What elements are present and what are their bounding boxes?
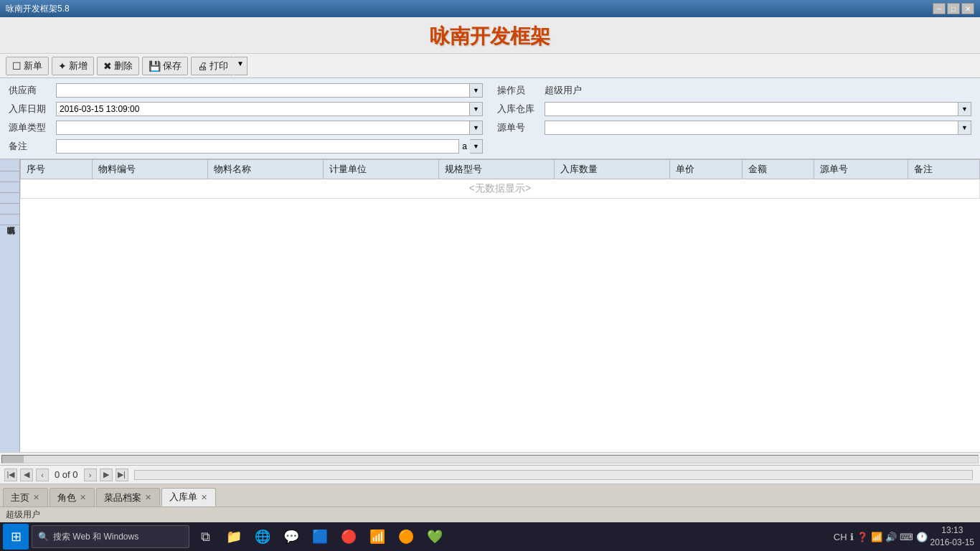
tab-inbound[interactable]: 入库单 ✕ — [161, 488, 216, 507]
tab-menu-archive[interactable]: 菜品档案 ✕ — [96, 488, 160, 507]
taskbar-icon-2[interactable]: 💬 — [278, 524, 304, 550]
add-icon: ✦ — [58, 60, 67, 72]
taskbar-icon-6[interactable]: 🟠 — [393, 524, 419, 550]
pagination-bar: |◀ ◀ ‹ 0 of 0 › ▶ ▶| — [0, 465, 980, 484]
source-type-dropdown-btn[interactable]: ▼ — [470, 121, 483, 135]
warehouse-input[interactable] — [545, 102, 958, 116]
remark-input[interactable] — [56, 139, 459, 154]
tab-role[interactable]: 角色 ✕ — [50, 488, 95, 507]
tab-inbound-close[interactable]: ✕ — [200, 493, 208, 502]
date-dropdown-btn[interactable]: ▼ — [470, 102, 483, 116]
supplier-row: 供应商 ▼ — [9, 83, 483, 98]
taskbar-search[interactable]: 🔍 搜索 Web 和 Windows — [32, 525, 189, 548]
next-small-button[interactable]: › — [84, 468, 97, 481]
source-no-row: 源单号 ▼ — [497, 120, 971, 136]
start-button[interactable]: ⊞ — [3, 524, 29, 550]
source-no-input[interactable] — [545, 121, 958, 135]
sys-icon-1: ℹ — [850, 532, 854, 542]
sidebar-item-5[interactable]: 状态嘱嘱嘱 — [0, 205, 19, 215]
source-no-input-wrap: ▼ — [545, 121, 971, 135]
warehouse-row: 入库仓库 ▼ — [497, 101, 971, 117]
table-header-row: 序号 物料编号 物料名称 计量单位 规格型号 入库数量 单价 金额 源单号 备注 — [21, 160, 980, 179]
clock-icon: 🕐 — [916, 532, 928, 542]
source-type-input-wrap: ▼ — [56, 121, 483, 135]
tab-home[interactable]: 主页 ✕ — [3, 488, 48, 507]
first-page-button[interactable]: |◀ — [4, 468, 17, 481]
taskbar-icon-7[interactable]: 💚 — [422, 524, 448, 550]
supplier-input[interactable] — [56, 83, 470, 98]
supplier-dropdown-btn[interactable]: ▼ — [470, 83, 483, 98]
save-button[interactable]: 💾 保存 — [142, 57, 188, 75]
remark-row: 备注 a ▼ — [9, 138, 483, 154]
sidebar: 查询嘱嘱嘱 显示嘱嘱嘱 分类嘱嘱嘱 触发嘱嘱嘱 状态嘱嘱嘱 监听嘱嘱嘱 — [0, 159, 20, 452]
close-button[interactable]: ✕ — [961, 3, 974, 14]
maximize-button[interactable]: □ — [947, 3, 960, 14]
print-button-wrapper: 🖨 打印 ▼ — [191, 57, 248, 75]
delete-button[interactable]: ✖ 删除 — [97, 57, 139, 75]
tab-role-label: 角色 — [57, 491, 76, 504]
sidebar-item-3[interactable]: 分类嘱嘱嘱 — [0, 184, 19, 193]
operator-label: 操作员 — [497, 84, 540, 97]
data-table: 序号 物料编号 物料名称 计量单位 规格型号 入库数量 单价 金额 源单号 备注 — [20, 159, 980, 199]
sidebar-item-4[interactable]: 触发嘱嘱嘱 — [0, 194, 19, 204]
remark-dropdown-btn[interactable]: ▼ — [470, 139, 483, 154]
tab-menu-archive-close[interactable]: ✕ — [144, 493, 152, 502]
source-no-dropdown-btn[interactable]: ▼ — [958, 121, 971, 135]
date-row: 入库日期 ▼ — [9, 101, 483, 117]
col-spec: 规格型号 — [439, 160, 555, 179]
remark-flag: a — [459, 141, 470, 151]
operator-value: 超级用户 — [545, 84, 971, 97]
new-single-button[interactable]: ☐ 新单 — [6, 57, 49, 75]
h-scrollbar[interactable] — [1, 455, 979, 463]
col-remark: 备注 — [908, 160, 979, 179]
print-button[interactable]: 🖨 打印 — [191, 57, 234, 75]
sidebar-item-1[interactable]: 查询嘱嘱嘱 — [0, 162, 19, 171]
supplier-label: 供应商 — [9, 84, 52, 97]
next-page-button[interactable]: ▶ — [100, 468, 113, 481]
taskbar-icon-3[interactable]: 🟦 — [307, 524, 333, 550]
bottom-scroll-area[interactable] — [134, 470, 973, 480]
taskbar-clock: 13:13 2016-03-15 — [930, 524, 974, 549]
task-view-button[interactable]: ⧉ — [192, 524, 218, 550]
col-seq: 序号 — [21, 160, 93, 179]
col-unit: 计量单位 — [324, 160, 439, 179]
app-title: 咏南开发框架 — [0, 23, 980, 50]
col-material-no: 物料编号 — [93, 160, 208, 179]
form-grid: 供应商 ▼ 操作员 超级用户 入库日期 ▼ 入库仓库 — [9, 83, 971, 154]
status-user: 超级用户 — [6, 509, 40, 521]
file-explorer-button[interactable]: 📁 — [221, 524, 247, 550]
col-amount: 金额 — [742, 160, 814, 179]
prev-small-button[interactable]: ‹ — [36, 468, 49, 481]
tab-menu-archive-label: 菜品档案 — [104, 491, 141, 504]
minimize-button[interactable]: ─ — [933, 3, 946, 14]
taskbar-icon-5[interactable]: 📶 — [364, 524, 390, 550]
clock-time: 13:13 — [930, 524, 974, 537]
delete-icon: ✖ — [103, 60, 112, 72]
taskbar-icon-4[interactable]: 🔴 — [336, 524, 362, 550]
tab-role-close[interactable]: ✕ — [79, 493, 87, 502]
print-icon: 🖨 — [197, 60, 207, 72]
form-area: 供应商 ▼ 操作员 超级用户 入库日期 ▼ 入库仓库 — [0, 78, 980, 159]
operator-row: 操作员 超级用户 — [497, 83, 971, 98]
data-table-container: 序号 物料编号 物料名称 计量单位 规格型号 入库数量 单价 金额 源单号 备注 — [20, 159, 980, 452]
taskbar-icon-1[interactable]: 🌐 — [250, 524, 275, 550]
tab-home-close[interactable]: ✕ — [32, 493, 40, 502]
sidebar-item-6[interactable]: 监听嘱嘱嘱 — [0, 216, 19, 225]
prev-page-button[interactable]: ◀ — [20, 468, 33, 481]
h-scroll-container — [0, 452, 980, 465]
print-dropdown-arrow[interactable]: ▼ — [234, 57, 248, 75]
source-type-input[interactable] — [56, 121, 470, 135]
col-qty: 入库数量 — [555, 160, 670, 179]
last-page-button[interactable]: ▶| — [116, 468, 128, 481]
title-bar: 咏南开发框架5.8 ─ □ ✕ — [0, 0, 980, 17]
add-button[interactable]: ✦ 新增 — [52, 57, 94, 75]
sidebar-item-2[interactable]: 显示嘱嘱嘱 — [0, 173, 19, 182]
source-type-row: 源单类型 ▼ — [9, 120, 483, 136]
date-input-wrap: ▼ — [56, 102, 483, 116]
window-area: 咏南开发框架 ☐ 新单 ✦ 新增 ✖ 删除 💾 保存 🖨 打印 ▼ — [0, 17, 980, 522]
toolbar: ☐ 新单 ✦ 新增 ✖ 删除 💾 保存 🖨 打印 ▼ — [0, 54, 980, 78]
taskbar-sys-icons: CH ℹ ❓ 📶 🔊 ⌨ 🕐 — [834, 532, 928, 542]
date-input[interactable] — [56, 102, 470, 116]
col-source-no: 源单号 — [814, 160, 908, 179]
warehouse-dropdown-btn[interactable]: ▼ — [958, 102, 971, 116]
